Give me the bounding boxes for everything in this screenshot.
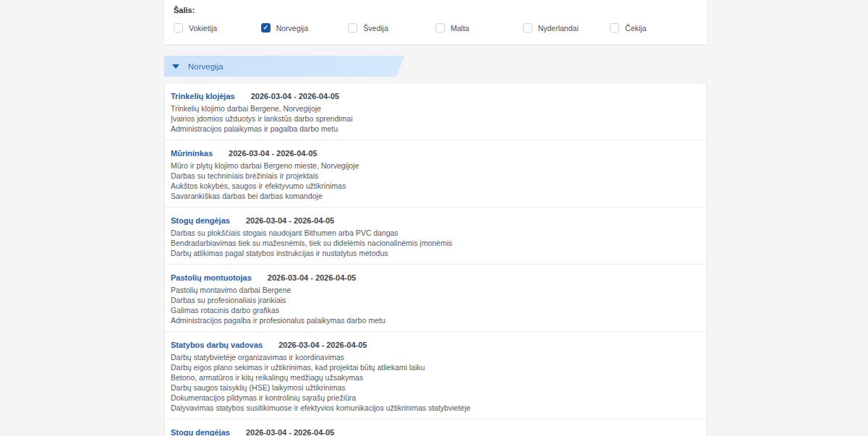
job-list: Trinkelių klojėjas2026-03-04 - 2026-04-0…	[164, 82, 707, 436]
country-option-label: Čekija	[625, 24, 646, 33]
job-date-range: 2026-03-04 - 2026-04-05	[268, 273, 356, 282]
checkbox-unchecked-icon[interactable]	[174, 23, 183, 33]
job-entry: Mūrininkas2026-03-04 - 2026-04-05Mūro ir…	[165, 140, 706, 208]
checkbox-checked-icon[interactable]: ✓	[261, 23, 271, 33]
country-option-švedija[interactable]: Švedija	[348, 23, 435, 33]
checkbox-unchecked-icon[interactable]	[435, 23, 445, 33]
job-description-line: Administracijos palaikymas ir pagalba da…	[171, 124, 699, 134]
job-description-line: Administracijos pagalba ir profesionalus…	[171, 315, 699, 325]
job-description-line: Darbų saugos taisyklių (HSE) laikymosi u…	[171, 382, 699, 393]
job-title-link[interactable]: Statybos darbų vadovas	[171, 341, 263, 349]
job-entry: Statybos darbų vadovas2026-03-04 - 2026-…	[165, 332, 706, 419]
job-header: Stogų dengėjas2026-03-04 - 2026-04-05	[171, 426, 699, 436]
country-filter-panel: Šalis: Vokietija✓NorvegijaŠvedijaMaltaNy…	[164, 0, 707, 45]
country-checkbox-row: Vokietija✓NorvegijaŠvedijaMaltaNyderland…	[174, 23, 697, 33]
job-description-line: Mūro ir plytų klojimo darbai Bergeno mie…	[171, 161, 699, 171]
filter-label: Šalis:	[174, 6, 697, 15]
job-description-line: Pastolių montavimo darbai Bergene	[171, 285, 699, 295]
job-entry: Pastolių montuotojas2026-03-04 - 2026-04…	[165, 265, 706, 332]
country-option-label: Norvegija	[276, 24, 308, 33]
job-description-line: Įvairios įdomios užduotys ir lankstūs da…	[171, 114, 699, 124]
job-date-range: 2026-03-04 - 2026-04-05	[246, 216, 334, 225]
job-description-line: Aukštos kokybės, saugos ir efektyvumo už…	[171, 181, 699, 191]
job-description-line: Darbas su profesionaliais įrankiais	[171, 295, 699, 305]
job-description-line: Betono, armatūros ir kitų reikalingų med…	[171, 372, 699, 382]
country-option-malta[interactable]: Malta	[435, 23, 523, 33]
country-option-label: Malta	[451, 24, 469, 33]
job-description-line: Dokumentacijos pildymas ir kontrolinių s…	[171, 393, 699, 403]
checkbox-unchecked-icon[interactable]	[523, 23, 532, 33]
job-description-line: Galimas rotacinis darbo grafikas	[171, 305, 699, 315]
job-description-line: Darbas su plokščiais stogais naudojant B…	[171, 228, 699, 238]
job-date-range: 2026-03-04 - 2026-04-05	[251, 92, 339, 101]
group-title: Norvegija	[188, 62, 224, 71]
job-description-line: Dalyvavimas statybos susitikimuose ir ef…	[171, 403, 699, 413]
job-header: Stogų dengėjas2026-03-04 - 2026-04-05	[171, 214, 699, 226]
country-option-nyderlandai[interactable]: Nyderlandai	[523, 23, 610, 33]
job-entry: Stogų dengėjas2026-03-04 - 2026-04-05Dar…	[165, 208, 706, 265]
job-description-line: Darbų statybvietėje organizavimas ir koo…	[171, 352, 699, 362]
job-date-range: 2026-03-04 - 2026-04-05	[246, 428, 334, 436]
job-entry: Trinkelių klojėjas2026-03-04 - 2026-04-0…	[165, 83, 706, 140]
country-option-norvegija[interactable]: ✓Norvegija	[261, 23, 349, 33]
job-entry: Stogų dengėjas2026-03-04 - 2026-04-05Dar…	[165, 419, 706, 436]
job-title-link[interactable]: Pastolių montuotojas	[171, 273, 252, 282]
job-header: Trinkelių klojėjas2026-03-04 - 2026-04-0…	[171, 90, 699, 102]
country-option-čekija[interactable]: Čekija	[610, 23, 697, 33]
job-description-line: Bendradarbiavimas tiek su mažesnėmis, ti…	[171, 238, 699, 248]
country-option-label: Nyderlandai	[538, 24, 579, 33]
job-date-range: 2026-03-04 - 2026-04-05	[229, 149, 317, 158]
job-title-link[interactable]: Stogų dengėjas	[171, 428, 230, 436]
job-header: Statybos darbų vadovas2026-03-04 - 2026-…	[171, 338, 699, 351]
country-option-label: Švedija	[363, 24, 388, 33]
job-description-line: Darbų eigos plano sekimas ir užtikrinima…	[171, 362, 699, 372]
country-option-vokietija[interactable]: Vokietija	[174, 23, 261, 33]
chevron-down-icon	[172, 64, 179, 69]
job-date-range: 2026-03-04 - 2026-04-05	[278, 341, 367, 349]
country-option-label: Vokietija	[189, 24, 217, 33]
job-description-line: Trinkelių klojimo darbai Bergene, Norveg…	[171, 103, 699, 114]
job-description-line: Darbų atlikimas pagal statybos instrukci…	[171, 248, 699, 258]
checkbox-unchecked-icon[interactable]	[348, 23, 357, 33]
job-description-line: Savarankiškas darbas bei darbas komandoj…	[171, 191, 699, 201]
job-description-line: Darbas su techniniais brėžiniais ir proj…	[171, 171, 699, 181]
checkbox-unchecked-icon[interactable]	[610, 23, 619, 33]
job-title-link[interactable]: Mūrininkas	[171, 149, 213, 158]
content-column: Šalis: Vokietija✓NorvegijaŠvedijaMaltaNy…	[164, 0, 707, 436]
job-header: Pastolių montuotojas2026-03-04 - 2026-04…	[171, 271, 699, 283]
job-header: Mūrininkas2026-03-04 - 2026-04-05	[171, 147, 699, 159]
job-title-link[interactable]: Trinkelių klojėjas	[171, 92, 235, 101]
page: Šalis: Vokietija✓NorvegijaŠvedijaMaltaNy…	[0, 0, 868, 436]
country-group-header[interactable]: Norvegija	[164, 56, 404, 77]
job-title-link[interactable]: Stogų dengėjas	[171, 216, 230, 225]
